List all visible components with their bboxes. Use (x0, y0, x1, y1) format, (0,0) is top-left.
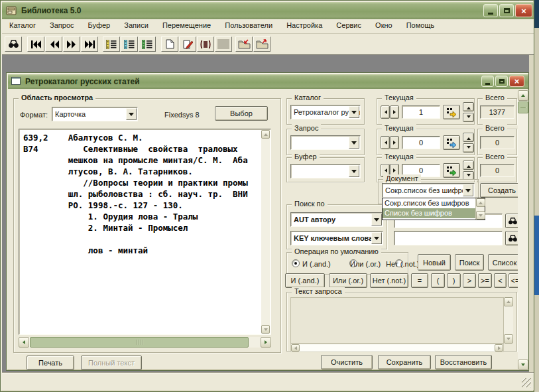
dropdown-item[interactable]: Сокр.список без шифров (383, 198, 475, 208)
query-text-vscrollbar[interactable] (504, 297, 513, 344)
document-combo[interactable]: Сокр.список без шифро (382, 183, 475, 198)
op-not-button[interactable]: Нет (.not.) (370, 273, 408, 288)
menu-catalog[interactable]: Каталог (3, 19, 42, 32)
first-record-button[interactable] (27, 36, 44, 52)
chevron-down-icon[interactable] (371, 232, 382, 244)
catalog-current-field[interactable]: 1 (402, 105, 440, 119)
search-field2-combo[interactable]: KEY ключевым слова (290, 231, 383, 245)
op-greater-equal-button[interactable]: >= (478, 273, 492, 288)
restore-button[interactable]: Восстановить (435, 355, 492, 369)
list-query-button[interactable] (121, 36, 138, 52)
clear-button[interactable]: Очистить (321, 355, 373, 369)
menu-window[interactable]: Окно (369, 19, 398, 32)
spin-down-button[interactable] (463, 143, 474, 153)
find-button[interactable] (5, 36, 22, 52)
document-dropdown-list[interactable]: Сокр.список без шифров Список без шифров (382, 198, 485, 220)
search-button[interactable]: Поиск (455, 254, 484, 271)
card-hscrollbar[interactable] (19, 337, 271, 348)
child-vscrollbar[interactable] (518, 90, 528, 370)
chevron-down-icon[interactable] (126, 108, 137, 120)
close-button[interactable]: × (515, 4, 532, 17)
menu-records[interactable]: Записи (118, 19, 154, 32)
save-button[interactable]: Сохранить (378, 355, 431, 369)
child-titlebar[interactable]: Ретрокаталог русских статей × (8, 74, 528, 89)
spin-up-button[interactable] (463, 102, 474, 111)
scroll-down-icon[interactable] (518, 359, 528, 370)
next-record-small-button[interactable] (390, 105, 399, 119)
menu-query[interactable]: Запрос (44, 19, 80, 32)
prev-record-small-button[interactable] (381, 105, 390, 119)
buffer-combo[interactable] (290, 164, 361, 178)
import-folder-button[interactable] (235, 36, 253, 52)
scroll-left-icon[interactable] (19, 337, 29, 348)
menu-service[interactable]: Сервис (330, 19, 367, 32)
search-field1-combo[interactable]: AUT автору (290, 212, 383, 227)
query-combo[interactable] (290, 135, 361, 150)
spin-down-button[interactable] (463, 113, 474, 122)
resize-grip[interactable] (522, 378, 531, 387)
menu-users[interactable]: Пользователи (219, 19, 278, 32)
radio-and-label[interactable]: И (.and.) (302, 260, 331, 268)
radio-and[interactable] (292, 259, 300, 267)
spin-up-button[interactable] (463, 161, 474, 170)
last-record-button[interactable] (81, 36, 98, 52)
search-input-2[interactable] (394, 231, 503, 245)
card-view[interactable]: 639,2 Абалтусов С. М. В74 Селективные св… (19, 129, 271, 335)
spin-up-button[interactable] (463, 133, 474, 142)
op-equals-button[interactable]: = (411, 273, 428, 288)
scroll-right-icon[interactable] (261, 337, 271, 348)
list-buffer-button[interactable] (139, 36, 156, 52)
chevron-down-icon[interactable] (463, 184, 473, 196)
main-titlebar[interactable]: Библиотека 5.0 × (2, 2, 534, 19)
choose-font-button[interactable]: Выбор (215, 106, 268, 121)
scroll-up-icon[interactable] (518, 90, 528, 101)
menu-settings[interactable]: Настройка (280, 19, 328, 32)
goto-record-button[interactable] (443, 135, 460, 150)
menu-buffer[interactable]: Буфер (82, 19, 117, 32)
list-button[interactable]: Список (488, 254, 521, 271)
chevron-down-icon[interactable] (349, 106, 359, 118)
child-maximize-button[interactable] (495, 76, 508, 87)
op-greater-button[interactable]: > (463, 273, 476, 288)
next-record-small-button[interactable] (390, 136, 399, 149)
list-catalog-button[interactable] (103, 36, 120, 52)
dropdown-scrollbar[interactable] (475, 198, 485, 220)
op-open-paren-button[interactable]: ( (431, 273, 445, 288)
scroll-up-icon[interactable] (261, 130, 270, 139)
op-less-button[interactable]: < (494, 273, 507, 288)
edit-record-button[interactable] (179, 36, 196, 52)
op-and-button[interactable]: И (.and.) (285, 273, 325, 288)
query-current-field[interactable]: 0 (402, 136, 440, 149)
next-record-button[interactable] (63, 36, 80, 52)
hscroll-thumb[interactable] (30, 337, 249, 348)
new-document-button[interactable] (161, 36, 178, 52)
previous-record-button[interactable] (45, 36, 62, 52)
format-combo[interactable]: Карточка (52, 107, 138, 121)
goto-record-button[interactable] (443, 163, 460, 178)
menu-help[interactable]: Помощь (400, 19, 441, 32)
minimize-button[interactable] (483, 4, 498, 17)
card-vscrollbar[interactable] (261, 130, 270, 334)
new-query-button[interactable]: Новый (418, 254, 451, 271)
child-minimize-button[interactable] (481, 76, 494, 87)
op-close-paren-button[interactable]: ) (447, 273, 461, 288)
chevron-down-icon[interactable] (371, 214, 382, 226)
prev-record-small-button[interactable] (381, 136, 390, 149)
query-text-hscrollbar[interactable] (290, 344, 504, 352)
vscroll-thumb[interactable] (518, 101, 528, 113)
menu-navigation[interactable]: Перемещение (156, 19, 217, 32)
maximize-button[interactable] (499, 4, 514, 17)
radio-not-label[interactable]: Нет (.not.) (386, 260, 420, 268)
catalog-cards-button[interactable] (197, 36, 214, 52)
child-close-button[interactable]: × (509, 76, 524, 87)
export-folder-button[interactable] (253, 36, 270, 52)
op-or-button[interactable]: Или (.or.) (329, 273, 367, 288)
dropdown-item-selected[interactable]: Список без шифров (383, 208, 475, 218)
goto-record-button[interactable] (443, 105, 460, 119)
query-text-area[interactable] (290, 297, 504, 344)
radio-or-label[interactable]: Или (.or.) (350, 260, 381, 268)
catalog-combo[interactable]: Ретрокаталог русски (290, 105, 361, 119)
chevron-down-icon[interactable] (349, 137, 359, 149)
chevron-down-icon[interactable] (349, 165, 359, 177)
scroll-down-icon[interactable] (261, 325, 270, 334)
